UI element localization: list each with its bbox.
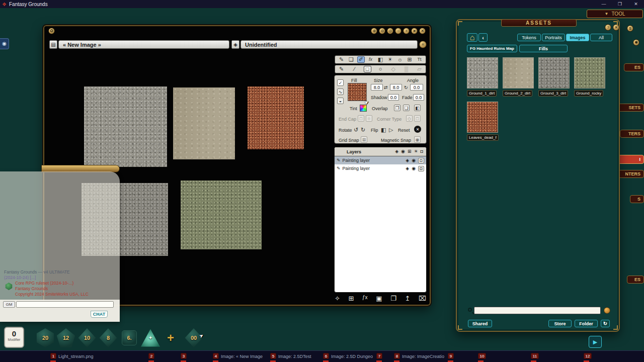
rotate-cw-icon[interactable]: ↻ <box>361 127 365 133</box>
add-die-button[interactable]: + <box>167 331 174 345</box>
bucket-fill-icon[interactable]: ◒ <box>337 98 344 104</box>
fill-texture-preview[interactable] <box>348 83 367 101</box>
d4-die[interactable]: ✦ <box>141 328 160 347</box>
row-link-icon[interactable]: ◈ <box>406 166 409 171</box>
layer-row[interactable]: ✎ Painting layer ◈ ◉ ◘ <box>335 164 426 172</box>
settings-gear-button[interactable]: ✱ <box>633 39 639 46</box>
reset-button[interactable]: ✕ <box>414 126 421 133</box>
hotkey-slot-3[interactable]: 3 <box>181 353 187 359</box>
d12-die[interactable]: 12 <box>56 328 75 347</box>
gm-identity-chip[interactable]: GM <box>3 301 15 308</box>
d20-die[interactable]: 20 <box>36 328 55 347</box>
grid-tool-icon[interactable]: ⊞ <box>406 57 414 62</box>
size-link-icon[interactable]: ⇄ <box>384 85 388 90</box>
fade-input[interactable]: 0.0 <box>413 94 424 101</box>
light-tool-icon[interactable]: ☀ <box>386 57 394 62</box>
refresh-button[interactable]: ↻ <box>601 320 610 327</box>
hotkey-slot-4[interactable]: 4 <box>213 353 219 359</box>
hotkey-label[interactable]: Image: 2.5D Dungeo <box>331 354 373 359</box>
hotkey-slot-5[interactable]: 5 <box>270 353 276 359</box>
overlap-mode-2-icon[interactable]: ❏ <box>403 105 410 111</box>
frame-tool-icon[interactable]: ◧ <box>377 57 384 62</box>
chat-input[interactable] <box>16 301 114 308</box>
tab-images[interactable]: Images <box>566 34 589 41</box>
angle-rotate-icon[interactable]: ↻ <box>404 85 408 90</box>
corner-type-2-icon[interactable]: □ <box>414 115 421 122</box>
hotkey-slot-7[interactable]: 7 <box>376 353 382 359</box>
row-lock-toggle[interactable]: ◘ <box>418 166 424 171</box>
brightness-tool-icon[interactable]: ☼ <box>396 57 404 62</box>
hotkey-slot-9[interactable]: 9 <box>448 353 454 359</box>
fill-enable-checkbox[interactable]: ✓ <box>337 79 344 86</box>
new-folder-icon[interactable]: ▣ <box>376 295 382 302</box>
size-width-input[interactable]: 8.0 <box>371 84 383 90</box>
asset-thumbnail-leaves[interactable] <box>467 102 498 133</box>
wand-icon[interactable]: ✧ <box>335 295 340 302</box>
effects-icon[interactable]: ƒx <box>362 295 368 302</box>
grow-button[interactable]: + <box>403 28 410 34</box>
draw-pencil-icon[interactable]: ✎ <box>338 66 345 72</box>
folder-button[interactable]: Folder <box>575 320 598 327</box>
row-lock-toggle[interactable]: ◘ <box>418 158 424 163</box>
image-name-field[interactable]: « New Image » <box>58 40 229 49</box>
grid-snap-toggle[interactable]: ⊞ <box>361 136 367 143</box>
row-eye-icon[interactable]: ◉ <box>412 158 416 163</box>
hotkey-slot-11[interactable]: 11 <box>531 353 539 359</box>
home-button[interactable]: ⌂ <box>467 33 477 42</box>
layer-grid-icon[interactable]: ⊞ <box>408 149 412 154</box>
tool-menu-button[interactable]: ▼ TOOL <box>587 10 643 18</box>
store-dollar-button[interactable]: $ <box>627 25 633 32</box>
asset-thumbnail-rocky[interactable] <box>574 57 605 88</box>
tab-tokens[interactable]: Tokens <box>517 34 541 41</box>
flip-vertical-icon[interactable]: ▷ <box>389 127 393 133</box>
hotkey-label[interactable]: Image: 2.5DTest <box>278 354 311 359</box>
hotkey-label[interactable]: Image: « New Image <box>221 354 263 359</box>
sidebar-item-characters-partial[interactable]: TERS <box>620 130 644 138</box>
close-button[interactable]: ✕ <box>628 2 644 7</box>
flip-horizontal-icon[interactable]: ◧ <box>381 127 386 133</box>
zoom-out-button[interactable]: ⊖ <box>379 28 385 34</box>
store-button[interactable]: Store <box>548 320 572 327</box>
maximize-button[interactable]: ❐ <box>612 2 628 7</box>
image-id-field[interactable]: Unidentified <box>240 40 418 49</box>
draw-blur-icon[interactable]: ▒ <box>403 66 410 72</box>
sidebar-item-active-partial[interactable]: I <box>617 155 644 164</box>
hotkey-slot-8[interactable]: 8 <box>394 353 400 359</box>
brush-tool-icon[interactable]: ✐ <box>357 56 365 63</box>
draw-erase-icon[interactable]: ▱ <box>416 66 423 72</box>
draw-circle-icon[interactable]: ○ <box>376 66 384 72</box>
hotkey-slot-2[interactable]: 2 <box>148 353 154 359</box>
pointer-mode-button[interactable]: ➤ <box>411 28 418 34</box>
end-cap-1-icon[interactable]: □ <box>358 115 364 122</box>
assets-title-tab[interactable]: ASSETS <box>501 19 577 27</box>
shadow-input[interactable]: 0.0 <box>388 94 399 101</box>
tab-portraits[interactable]: Portraits <box>542 34 565 41</box>
d10-die[interactable]: 10 <box>77 328 97 347</box>
canvas-texture-gray-1[interactable] <box>84 86 167 167</box>
hotkey-slot-12[interactable]: 12 <box>584 353 592 359</box>
corner-type-1-icon[interactable]: ◇ <box>406 115 413 122</box>
shrink-button[interactable]: − <box>395 28 401 34</box>
canvas-texture-leaves[interactable] <box>248 86 304 149</box>
modifier-box[interactable]: 0 Modifier <box>4 327 24 348</box>
draw-poly-icon[interactable]: ◇ <box>389 66 397 72</box>
sidebar-item-s-partial[interactable]: S <box>630 195 644 203</box>
group-breadcrumb-button[interactable]: Fills <box>519 45 568 52</box>
pencil-tool-icon[interactable]: ✎ <box>338 57 345 62</box>
help-button[interactable]: ? <box>605 24 611 31</box>
zoom-fit-button[interactable]: ◎ <box>387 28 393 34</box>
asset-search-input[interactable] <box>474 307 601 314</box>
hotkey-slot-10[interactable]: 10 <box>478 353 486 359</box>
shared-button[interactable]: Shared <box>468 320 492 327</box>
layer-link-icon[interactable]: ◈ <box>395 149 398 154</box>
hotkey-label[interactable]: Light_stream.png <box>58 354 94 359</box>
grid-add-icon[interactable]: ⊞ <box>349 295 354 302</box>
draw-rect-icon[interactable]: □ <box>364 66 371 72</box>
minimize-button[interactable]: — <box>596 2 612 7</box>
curve-mode-icon[interactable]: ∿ <box>337 88 344 95</box>
close-window-button[interactable]: ✕ <box>419 28 426 34</box>
d8-die[interactable]: 8 <box>99 328 118 347</box>
row-eye-icon[interactable]: ◉ <box>412 166 416 171</box>
draw-line-icon[interactable]: ∕ <box>351 66 358 72</box>
sidebar-flyout-button[interactable]: ◉ <box>0 38 9 49</box>
